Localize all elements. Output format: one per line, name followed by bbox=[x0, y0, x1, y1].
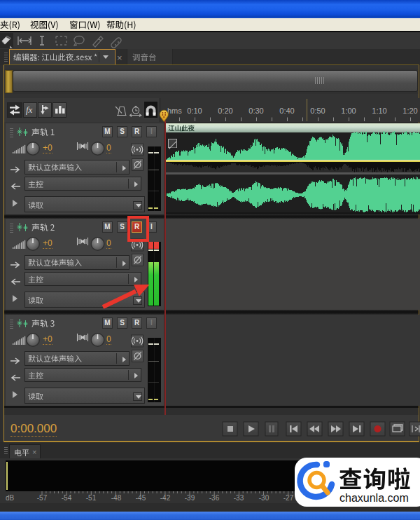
svg-text:chaxunla.com: chaxunla.com bbox=[340, 492, 409, 504]
